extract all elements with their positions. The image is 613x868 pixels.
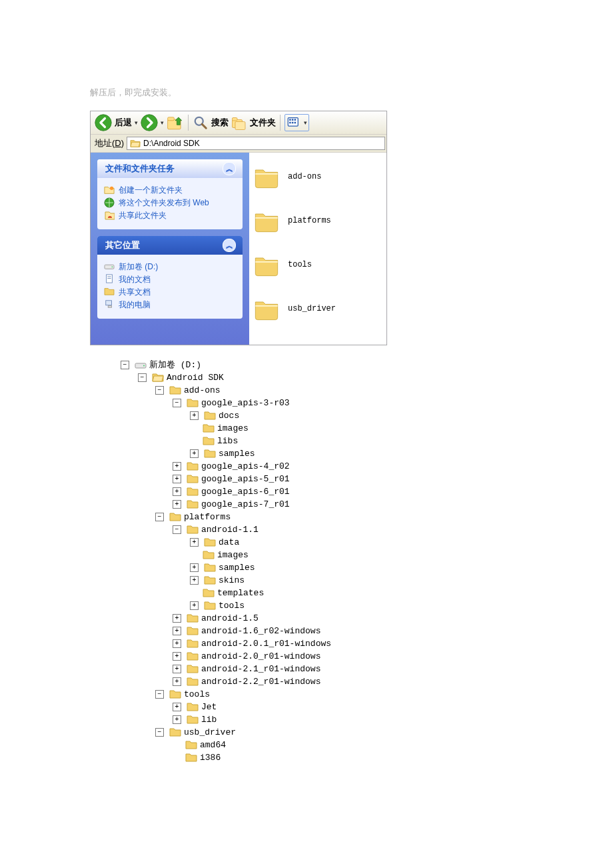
expand-toggle[interactable]: − xyxy=(138,373,147,382)
address-input[interactable]: D:\Android SDK xyxy=(127,137,385,150)
place-shared-documents[interactable]: 共享文档 xyxy=(104,287,236,298)
expand-toggle[interactable]: − xyxy=(173,525,181,534)
folder-closed-icon xyxy=(169,511,181,522)
tree-node[interactable]: − google_apis-3-r03 xyxy=(121,397,523,409)
expand-toggle[interactable]: − xyxy=(155,386,164,395)
chevron-down-icon: ▾ xyxy=(135,119,138,126)
folder-item[interactable]: platforms xyxy=(253,205,382,237)
tree-node[interactable]: + android-2.0_r01-windows xyxy=(121,650,523,662)
folder-closed-icon xyxy=(204,410,216,421)
tree-node[interactable]: amd64 xyxy=(121,739,523,751)
tree-node[interactable]: + android-1.6_r02-windows xyxy=(121,625,523,637)
folder-closed-icon xyxy=(187,397,199,408)
expand-toggle[interactable]: + xyxy=(190,538,199,547)
tree-node[interactable]: − android-1.1 xyxy=(121,523,523,535)
file-tasks-header[interactable]: 文件和文件夹任务 ︽ xyxy=(97,159,243,178)
task-new-folder[interactable]: 创建一个新文件夹 xyxy=(104,185,236,196)
expand-toggle[interactable]: − xyxy=(155,728,164,737)
tree-node[interactable]: + android-2.0.1_r01-windows xyxy=(121,637,523,649)
expand-toggle[interactable]: + xyxy=(173,475,181,483)
expand-toggle[interactable]: + xyxy=(190,576,199,585)
tasks-sidebar: 文件和文件夹任务 ︽ 创建一个新文件夹 将这个文件夹发布到 Web 共享此文件夹 xyxy=(91,153,249,345)
tree-node[interactable]: + samples xyxy=(121,561,523,573)
tree-label: google_apis-3-r03 xyxy=(201,398,290,408)
tree-node[interactable]: + google_apis-4_r02 xyxy=(121,460,523,472)
folder-item[interactable]: add-ons xyxy=(253,161,382,193)
new-folder-icon xyxy=(104,185,115,195)
tree-node[interactable]: + android-1.5 xyxy=(121,612,523,624)
tree-node[interactable]: + google_apis-5_r01 xyxy=(121,473,523,485)
expand-toggle[interactable]: + xyxy=(190,601,199,610)
expand-toggle[interactable]: + xyxy=(173,462,181,471)
tree-node[interactable]: + data xyxy=(121,536,523,548)
folder-closed-icon xyxy=(169,689,181,699)
tree-node[interactable]: − 新加卷 (D:) xyxy=(121,359,523,371)
tree-node[interactable]: + skins xyxy=(121,574,523,586)
tree-node[interactable]: + docs xyxy=(121,409,523,421)
views-button[interactable]: ▾ xyxy=(285,114,309,131)
expand-toggle[interactable]: + xyxy=(173,665,181,673)
tree-node[interactable]: − Android SDK xyxy=(121,371,523,383)
expand-toggle[interactable]: + xyxy=(190,563,199,572)
tree-node[interactable]: templates xyxy=(121,587,523,599)
up-button[interactable] xyxy=(167,114,184,131)
task-publish-web[interactable]: 将这个文件夹发布到 Web xyxy=(104,197,236,209)
tree-node[interactable]: + android-2.2_r01-windows xyxy=(121,675,523,687)
tree-node[interactable]: − platforms xyxy=(121,511,523,523)
tree-node[interactable]: + google_apis-6_r01 xyxy=(121,485,523,497)
expand-toggle[interactable]: − xyxy=(155,690,164,699)
folder-closed-icon xyxy=(203,435,215,446)
tree-node[interactable]: + google_apis-7_r01 xyxy=(121,498,523,510)
tree-label: android-2.1_r01-windows xyxy=(201,664,320,674)
document-icon xyxy=(104,274,115,283)
tree-label: android-1.5 xyxy=(201,613,259,623)
folder-item[interactable]: usb_driver xyxy=(253,293,382,325)
expand-toggle[interactable]: + xyxy=(173,500,181,509)
tree-node[interactable]: + android-2.1_r01-windows xyxy=(121,663,523,675)
tree-label: Android SDK xyxy=(167,373,224,383)
expand-toggle[interactable]: + xyxy=(190,449,199,458)
tree-node[interactable]: + Jet xyxy=(121,701,523,713)
folder-label: usb_driver xyxy=(288,304,336,313)
expand-toggle[interactable]: + xyxy=(190,411,199,420)
task-share[interactable]: 共享此文件夹 xyxy=(104,210,236,221)
tree-node[interactable]: − tools xyxy=(121,688,523,700)
tree-node[interactable]: + tools xyxy=(121,599,523,611)
place-drive-d[interactable]: 新加卷 (D:) xyxy=(104,261,236,273)
tree-node[interactable]: − add-ons xyxy=(121,384,523,396)
place-my-documents[interactable]: 我的文档 xyxy=(104,274,236,285)
tree-node[interactable]: images xyxy=(121,422,523,434)
expand-toggle[interactable]: + xyxy=(173,703,181,711)
folder-closed-icon xyxy=(169,727,181,737)
folder-closed-icon xyxy=(204,448,216,459)
tree-label: android-2.0_r01-windows xyxy=(201,651,320,661)
tree-label: Jet xyxy=(201,702,217,712)
tree-node[interactable]: i386 xyxy=(121,751,523,763)
tree-node[interactable]: − usb_driver xyxy=(121,726,523,738)
nav-toolbar: 后退 ▾ ▾ 搜索 文件夹 ▾ xyxy=(91,111,386,135)
expand-toggle[interactable]: − xyxy=(155,513,164,521)
tree-label: android-1.1 xyxy=(201,525,259,535)
expand-toggle[interactable]: + xyxy=(173,715,181,724)
forward-button[interactable]: ▾ xyxy=(141,114,164,131)
place-my-computer[interactable]: 我的电脑 xyxy=(104,299,236,311)
back-button[interactable]: 后退 ▾ xyxy=(95,114,138,131)
other-places-header[interactable]: 其它位置 ︽ xyxy=(97,236,243,255)
folder-item[interactable]: tools xyxy=(253,249,382,281)
tree-node[interactable]: libs xyxy=(121,435,523,447)
tree-label: skins xyxy=(219,575,245,585)
folder-closed-icon xyxy=(204,537,216,547)
expand-toggle[interactable]: − xyxy=(121,361,129,369)
tree-node[interactable]: + lib xyxy=(121,713,523,725)
folders-button[interactable]: 文件夹 xyxy=(231,115,276,131)
tree-node[interactable]: + samples xyxy=(121,447,523,459)
expand-toggle[interactable]: + xyxy=(173,639,181,648)
expand-toggle[interactable]: − xyxy=(173,399,181,407)
tree-node[interactable]: images xyxy=(121,549,523,561)
expand-toggle[interactable]: + xyxy=(173,627,181,635)
expand-toggle[interactable]: + xyxy=(173,614,181,623)
expand-toggle[interactable]: + xyxy=(173,677,181,686)
expand-toggle[interactable]: + xyxy=(173,487,181,496)
search-button[interactable]: 搜索 xyxy=(193,115,229,131)
expand-toggle[interactable]: + xyxy=(173,652,181,661)
